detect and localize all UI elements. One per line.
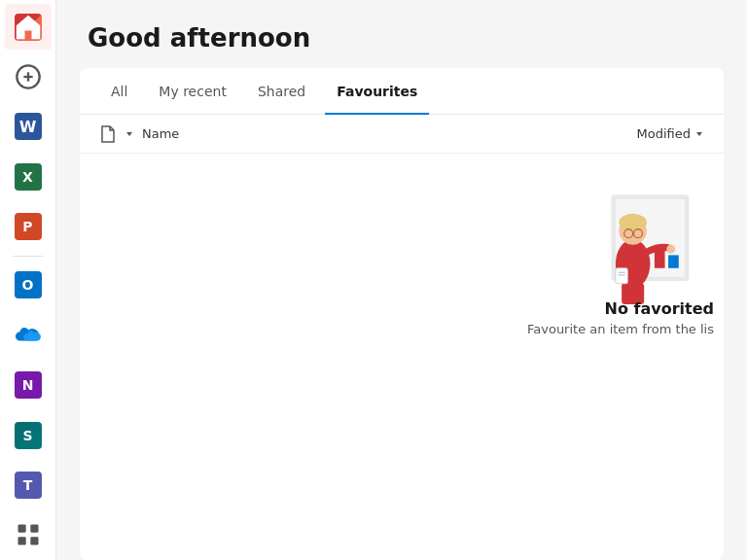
svg-rect-3 bbox=[18, 525, 25, 533]
header: Good afternoon bbox=[56, 0, 747, 68]
tabs-bar: All My recent Shared Favourites bbox=[80, 68, 724, 115]
sharepoint-icon: S bbox=[15, 422, 42, 449]
file-type-chevron-icon[interactable] bbox=[123, 127, 136, 141]
word-icon: W bbox=[15, 113, 42, 140]
sidebar-item-allapps[interactable] bbox=[5, 512, 52, 558]
sidebar-item-powerpoint[interactable]: P bbox=[5, 203, 52, 249]
sidebar: W X P O N S T bbox=[0, 0, 56, 560]
sidebar-item-add[interactable] bbox=[5, 53, 52, 99]
column-modified-label: Modified bbox=[637, 126, 691, 141]
content-area: All My recent Shared Favourites bbox=[80, 68, 724, 560]
modified-chevron-icon[interactable] bbox=[694, 124, 704, 143]
svg-point-14 bbox=[666, 245, 675, 254]
svg-rect-10 bbox=[668, 255, 679, 267]
home-icon bbox=[15, 14, 42, 41]
page-title: Good afternoon bbox=[88, 23, 716, 52]
sidebar-item-onedrive[interactable] bbox=[5, 312, 52, 358]
tab-shared[interactable]: Shared bbox=[246, 68, 317, 115]
empty-title: No favorited bbox=[527, 299, 714, 318]
sidebar-item-teams[interactable]: T bbox=[5, 462, 52, 508]
onenote-icon: N bbox=[15, 371, 42, 399]
tab-favourites[interactable]: Favourites bbox=[325, 68, 429, 115]
sidebar-item-home[interactable] bbox=[5, 4, 52, 50]
sidebar-item-sharepoint[interactable]: S bbox=[5, 412, 52, 458]
empty-subtitle: Favourite an item from the lis bbox=[527, 322, 714, 336]
file-type-icon bbox=[99, 125, 117, 143]
svg-rect-6 bbox=[30, 538, 38, 545]
table-header-left: Name bbox=[99, 125, 637, 143]
outlook-icon: O bbox=[15, 271, 42, 298]
teams-icon: T bbox=[15, 472, 42, 499]
tab-all[interactable]: All bbox=[99, 68, 139, 115]
sidebar-item-word[interactable]: W bbox=[5, 104, 52, 150]
sidebar-divider bbox=[13, 256, 44, 257]
tab-my-recent[interactable]: My recent bbox=[147, 68, 238, 115]
svg-rect-5 bbox=[18, 538, 25, 545]
table-header-right: Modified bbox=[637, 124, 704, 143]
empty-state: No favorited Favourite an item from the … bbox=[80, 154, 724, 560]
powerpoint-icon: P bbox=[15, 213, 42, 240]
sidebar-item-outlook[interactable]: O bbox=[5, 262, 52, 308]
main-content: Good afternoon All My recent Shared Favo… bbox=[56, 0, 747, 560]
sidebar-item-excel[interactable]: X bbox=[5, 154, 52, 199]
svg-point-13 bbox=[619, 214, 646, 231]
table-header: Name Modified bbox=[80, 115, 724, 154]
onedrive-icon bbox=[15, 322, 42, 349]
column-name-label: Name bbox=[142, 126, 179, 141]
excel-icon: X bbox=[15, 163, 42, 191]
svg-rect-4 bbox=[30, 525, 38, 533]
svg-rect-16 bbox=[616, 268, 627, 284]
apps-grid-icon bbox=[15, 521, 42, 548]
sidebar-item-onenote[interactable]: N bbox=[5, 363, 52, 408]
empty-text-container: No favorited Favourite an item from the … bbox=[527, 299, 724, 336]
